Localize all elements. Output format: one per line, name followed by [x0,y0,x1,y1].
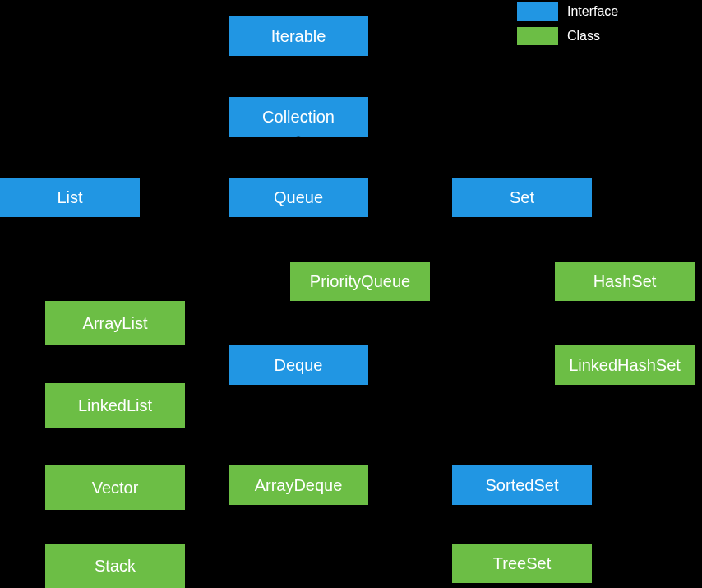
node-linkedlist: LinkedList [45,383,185,428]
node-label: Vector [92,479,139,498]
node-priorityqueue: PriorityQueue [290,262,430,301]
node-label: List [57,188,82,207]
legend-label-interface: Interface [567,4,618,19]
node-label: Deque [275,356,323,375]
legend-label-class: Class [567,29,600,44]
svg-line-2 [70,137,298,178]
node-arraylist: ArrayList [45,301,185,345]
node-label: LinkedHashSet [569,356,681,375]
node-list: List [0,178,140,217]
node-label: LinkedList [78,396,152,415]
node-label: Collection [262,108,335,127]
node-vector: Vector [45,465,185,510]
node-label: PriorityQueue [310,272,410,291]
node-sortedset: SortedSet [452,465,592,505]
node-linkedhashset: LinkedHashSet [555,345,695,385]
node-iterable: Iterable [229,16,368,56]
node-label: SortedSet [486,476,559,495]
node-label: TreeSet [493,554,551,573]
svg-line-3 [298,137,522,178]
node-label: HashSet [593,272,657,291]
node-hashset: HashSet [555,262,695,301]
node-queue: Queue [229,178,368,217]
node-label: Set [510,188,534,207]
node-label: Queue [274,188,323,207]
node-label: Stack [95,557,136,576]
node-label: ArrayList [83,314,148,333]
node-set: Set [452,178,592,217]
node-label: ArrayDeque [255,476,343,495]
legend-swatch-interface [517,2,558,21]
node-collection: Collection [229,97,368,137]
node-stack: Stack [45,544,185,588]
node-treeset: TreeSet [452,544,592,583]
node-label: Iterable [271,27,326,46]
legend-swatch-class [517,27,558,45]
node-arraydeque: ArrayDeque [229,465,368,505]
node-deque: Deque [229,345,368,385]
